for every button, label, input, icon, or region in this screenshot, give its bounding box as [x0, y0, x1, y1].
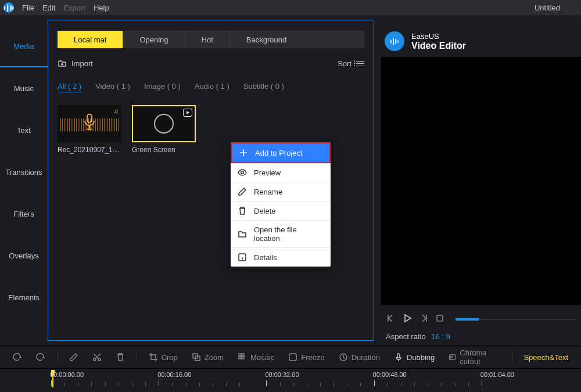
svg-rect-29: [397, 354, 400, 358]
stop-button[interactable]: [435, 313, 445, 325]
filter-all[interactable]: All ( 2 ): [58, 82, 81, 92]
filter-image[interactable]: Image ( 0 ): [144, 82, 181, 92]
timeline-mark: 00:01:04.00: [480, 371, 514, 378]
filter-subtitle[interactable]: Subtitle ( 0 ): [243, 82, 284, 92]
info-icon: [238, 253, 247, 262]
next-frame-button[interactable]: [418, 313, 429, 325]
sort-button[interactable]: Sort: [338, 59, 364, 68]
duration-button[interactable]: Duration: [333, 350, 386, 364]
svg-rect-24: [242, 354, 244, 356]
tab-local[interactable]: Local mat: [58, 31, 123, 48]
sidebar-item-transitions[interactable]: Transitions: [0, 151, 48, 193]
tab-hot[interactable]: Hot: [185, 31, 230, 48]
brand-logo-icon: [385, 31, 404, 51]
freeze-button[interactable]: Freeze: [282, 350, 330, 364]
cut-button[interactable]: [87, 350, 107, 364]
ctx-label: Add to Project: [255, 149, 303, 157]
crop-button[interactable]: Crop: [143, 350, 184, 364]
ctx-label: Open the file location: [254, 225, 324, 243]
pencil-icon: [238, 187, 247, 196]
media-source-tabs: Local mat Opening Hot Background: [58, 31, 364, 48]
svg-rect-26: [242, 357, 244, 359]
separator: [137, 351, 137, 363]
menu-edit[interactable]: Edit: [42, 3, 55, 12]
timeline-ruler[interactable]: 00:00:00.0000:00:16.0000:00:32.0000:00:4…: [43, 372, 581, 389]
ctx-details[interactable]: Details: [231, 248, 331, 267]
undo-button[interactable]: [7, 350, 28, 364]
sort-list-icon: [356, 61, 364, 66]
eye-icon: [238, 168, 247, 177]
preview-pane: EaseUS Video Editor Aspect ratio 16 : 9: [374, 15, 581, 346]
svg-point-9: [241, 171, 243, 174]
edit-toolbar: Crop Zoom Mosaic Freeze Duration Dubbing…: [0, 346, 581, 369]
import-button[interactable]: Import: [58, 59, 93, 68]
timeline-mark: 00:00:16.00: [157, 371, 191, 378]
separator: [512, 351, 512, 363]
play-button[interactable]: [402, 313, 413, 325]
ctx-preview[interactable]: Preview: [231, 163, 331, 182]
aspect-ratio-value[interactable]: 16 : 9: [431, 332, 450, 341]
plus-icon: [239, 148, 248, 157]
prev-frame-button[interactable]: [386, 313, 396, 325]
ctx-add-to-project[interactable]: Add to Project: [231, 142, 331, 163]
brand: EaseUS Video Editor: [385, 31, 581, 51]
sidebar-item-filters[interactable]: Filters: [0, 193, 48, 235]
svg-point-31: [451, 356, 453, 358]
sidebar-item-media[interactable]: Media: [0, 26, 48, 67]
video-badge-icon: [183, 109, 192, 117]
filter-video[interactable]: Video ( 1 ): [95, 82, 130, 92]
media-item-video[interactable]: Green Screen: [132, 105, 196, 154]
dubbing-button[interactable]: Dubbing: [388, 350, 440, 364]
app-logo-icon: [3, 2, 14, 13]
playback-progress[interactable]: [456, 319, 576, 320]
ctx-label: Preview: [254, 168, 281, 177]
menu-bar: File Edit Export Help Untitled: [0, 0, 581, 15]
sort-label: Sort: [338, 59, 352, 68]
mosaic-button[interactable]: Mosaic: [232, 350, 280, 364]
svg-rect-23: [239, 354, 241, 356]
aspect-ratio-row: Aspect ratio 16 : 9: [381, 329, 581, 341]
ctx-label: Details: [254, 253, 277, 262]
zoom-button[interactable]: Zoom: [186, 350, 229, 364]
brand-product: Video Editor: [411, 41, 466, 51]
sidebar-item-overlays[interactable]: Overlays: [0, 235, 48, 276]
brand-name: EaseUS: [411, 32, 466, 41]
svg-point-20: [94, 358, 96, 361]
media-item-name: Rec_20210907_1635...: [58, 146, 121, 154]
document-title: Untitled: [535, 3, 560, 12]
folder-icon: [238, 229, 247, 239]
microphone-icon: [82, 113, 97, 132]
separator: [57, 351, 58, 363]
delete-button[interactable]: [110, 350, 131, 364]
svg-rect-25: [239, 357, 241, 359]
timeline-mark: 00:00:00.00: [50, 371, 84, 378]
sidebar-item-music[interactable]: Music: [0, 67, 48, 109]
media-item-name: Green Screen: [132, 146, 196, 154]
ctx-label: Delete: [254, 207, 276, 215]
tab-opening[interactable]: Opening: [123, 31, 185, 48]
redo-button[interactable]: [30, 350, 51, 364]
preview-viewport[interactable]: [381, 57, 581, 305]
chroma-button[interactable]: Chroma cutout: [443, 346, 505, 368]
aspect-ratio-label: Aspect ratio: [386, 332, 426, 341]
menu-help[interactable]: Help: [94, 3, 109, 12]
media-item-audio[interactable]: ♫ Rec_20210907_1635...: [58, 105, 121, 154]
svg-rect-4: [87, 114, 92, 123]
filter-audio[interactable]: Audio ( 1 ): [195, 82, 229, 92]
audio-badge-icon: ♫: [114, 107, 119, 114]
sidebar: Media Music Text Transitions Filters Ove…: [0, 15, 48, 346]
timeline-mark: 00:00:48.00: [373, 371, 407, 378]
ctx-rename[interactable]: Rename: [231, 182, 331, 202]
ctx-open-location[interactable]: Open the file location: [231, 221, 331, 248]
menu-export[interactable]: Export: [63, 3, 85, 12]
tab-background[interactable]: Background: [230, 31, 303, 48]
svg-point-21: [98, 358, 101, 361]
timeline[interactable]: 00:00:00.0000:00:16.0000:00:32.0000:00:4…: [0, 369, 581, 392]
sidebar-item-elements[interactable]: Elements: [0, 276, 48, 318]
menu-file[interactable]: File: [22, 3, 34, 12]
ctx-delete[interactable]: Delete: [231, 202, 331, 221]
import-label: Import: [71, 59, 93, 68]
edit-button[interactable]: [63, 350, 84, 364]
speech-text-button[interactable]: Speech&Text: [518, 351, 574, 364]
sidebar-item-text[interactable]: Text: [0, 109, 48, 151]
